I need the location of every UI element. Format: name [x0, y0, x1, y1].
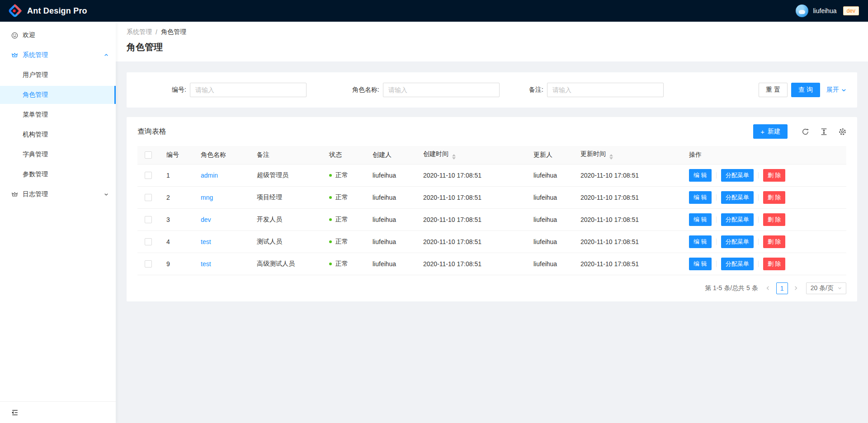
- col-status[interactable]: 状态: [322, 146, 365, 164]
- expand-toggle[interactable]: 展开: [826, 86, 846, 94]
- cell-updater: liufeihua: [526, 208, 573, 230]
- sidebar-item-menu-mgmt[interactable]: 菜单管理: [0, 106, 116, 124]
- row-checkbox[interactable]: [145, 238, 152, 245]
- sort-carets-icon[interactable]: [609, 154, 613, 160]
- edit-button[interactable]: 编 辑: [689, 213, 712, 226]
- roles-table: 编号 角色名称 备注 状态 创建人 创建时间 更新人 更新时间 操作: [137, 146, 846, 275]
- sidebar-footer: [0, 401, 116, 423]
- logo-home-link[interactable]: Ant Design Pro: [8, 4, 87, 18]
- page-size-select[interactable]: 20 条/页: [806, 282, 846, 294]
- cell-created: 2020-11-10 17:08:51: [416, 164, 526, 186]
- role-name-link[interactable]: test: [201, 260, 211, 268]
- col-id[interactable]: 编号: [159, 146, 193, 164]
- action-divider: [758, 194, 759, 201]
- search-button[interactable]: 查 询: [791, 83, 820, 97]
- app-root: Ant Design Pro liufeihua dev 欢迎: [0, 0, 868, 423]
- col-creator[interactable]: 创建人: [365, 146, 416, 164]
- sidebar-group-logs[interactable]: 日志管理: [0, 185, 116, 203]
- assign-menu-button[interactable]: 分配菜单: [721, 235, 754, 248]
- sidebar-item-dict-mgmt[interactable]: 字典管理: [0, 146, 116, 164]
- cell-updated: 2020-11-10 17:08:51: [573, 208, 682, 230]
- action-divider: [716, 194, 717, 201]
- role-name-link[interactable]: mng: [201, 194, 213, 201]
- new-button[interactable]: + 新建: [753, 124, 788, 139]
- col-updated[interactable]: 更新时间: [573, 146, 682, 164]
- menu-fold-icon[interactable]: [11, 409, 19, 417]
- prev-page-icon[interactable]: [763, 283, 774, 294]
- sidebar: 欢迎 系统管理 用户管理 角色管: [0, 22, 116, 423]
- col-remark[interactable]: 备注: [250, 146, 322, 164]
- sidebar-item-org-mgmt[interactable]: 机构管理: [0, 126, 116, 144]
- sort-carets-icon[interactable]: [452, 154, 456, 160]
- cell-created: 2020-11-10 17:08:51: [416, 208, 526, 230]
- sidebar-group-system[interactable]: 系统管理: [0, 46, 116, 64]
- form-item-role-name: 角色名称:: [337, 83, 515, 97]
- status-dot-icon: [329, 218, 332, 221]
- gear-icon[interactable]: [838, 127, 846, 136]
- delete-button[interactable]: 删 除: [763, 213, 786, 226]
- cell-remark: 高级测试人员: [250, 253, 322, 275]
- delete-button[interactable]: 删 除: [763, 191, 786, 204]
- sidebar-item-label: 参数管理: [23, 170, 48, 179]
- plus-icon: +: [760, 128, 764, 135]
- sidebar-item-param-mgmt[interactable]: 参数管理: [0, 165, 116, 183]
- row-checkbox[interactable]: [145, 172, 152, 179]
- delete-button[interactable]: 删 除: [763, 235, 786, 248]
- row-checkbox[interactable]: [145, 260, 152, 268]
- next-page-icon[interactable]: [791, 283, 802, 294]
- page-size-value: 20 条/页: [811, 284, 834, 292]
- col-updater[interactable]: 更新人: [526, 146, 573, 164]
- breadcrumb-root[interactable]: 系统管理: [127, 28, 152, 36]
- column-height-icon[interactable]: [820, 127, 828, 136]
- reload-icon[interactable]: [801, 127, 809, 136]
- delete-button[interactable]: 删 除: [763, 258, 786, 270]
- sidebar-item-user-mgmt[interactable]: 用户管理: [0, 66, 116, 84]
- sidebar-item-welcome[interactable]: 欢迎: [0, 26, 116, 44]
- row-checkbox[interactable]: [145, 194, 152, 201]
- crown-icon: [11, 191, 18, 198]
- role-name-link[interactable]: dev: [201, 216, 211, 223]
- role-name-link[interactable]: admin: [201, 172, 218, 179]
- col-created[interactable]: 创建时间: [416, 146, 526, 164]
- action-divider: [716, 261, 717, 267]
- delete-button[interactable]: 删 除: [763, 169, 786, 182]
- cell-id: 9: [159, 253, 193, 275]
- col-name[interactable]: 角色名称: [193, 146, 250, 164]
- cell-updated: 2020-11-10 17:08:51: [573, 164, 682, 186]
- search-card: 编号: 角色名称: 备注: 重 置: [127, 72, 857, 108]
- cell-created: 2020-11-10 17:08:51: [416, 253, 526, 275]
- remark-input[interactable]: [547, 83, 664, 97]
- cell-creator: liufeihua: [365, 230, 416, 253]
- id-input[interactable]: [190, 83, 307, 97]
- expand-label: 展开: [826, 86, 839, 94]
- role-name-link[interactable]: test: [201, 238, 211, 245]
- page-header: 系统管理 / 角色管理 角色管理: [116, 22, 868, 61]
- pagination-total-label: 第 1-5 条/总共 5 条: [705, 284, 758, 292]
- assign-menu-button[interactable]: 分配菜单: [721, 169, 754, 182]
- edit-button[interactable]: 编 辑: [689, 235, 712, 248]
- select-all-checkbox[interactable]: [145, 151, 152, 159]
- assign-menu-button[interactable]: 分配菜单: [721, 258, 754, 270]
- role-name-input[interactable]: [383, 83, 500, 97]
- cell-updater: liufeihua: [526, 253, 573, 275]
- app-title: Ant Design Pro: [27, 6, 87, 16]
- ant-design-logo-icon: [8, 4, 22, 18]
- row-checkbox[interactable]: [145, 216, 152, 223]
- status-badge: 正常: [329, 216, 358, 224]
- status-dot-icon: [329, 263, 332, 265]
- page-number-button[interactable]: 1: [776, 282, 788, 294]
- sidebar-menu: 欢迎 系统管理 用户管理 角色管: [0, 22, 116, 205]
- assign-menu-button[interactable]: 分配菜单: [721, 213, 754, 226]
- edit-button[interactable]: 编 辑: [689, 169, 712, 182]
- edit-button[interactable]: 编 辑: [689, 258, 712, 270]
- user-avatar[interactable]: [796, 5, 808, 17]
- sidebar-item-label: 菜单管理: [23, 111, 48, 119]
- header-user-area[interactable]: liufeihua dev: [796, 5, 859, 17]
- edit-button[interactable]: 编 辑: [689, 191, 712, 204]
- sidebar-item-role-mgmt[interactable]: 角色管理: [0, 86, 116, 104]
- col-created-label: 创建时间: [423, 150, 448, 157]
- assign-menu-button[interactable]: 分配菜单: [721, 191, 754, 204]
- status-label: 正常: [335, 260, 348, 268]
- reset-button[interactable]: 重 置: [759, 83, 788, 97]
- cell-remark: 测试人员: [250, 230, 322, 253]
